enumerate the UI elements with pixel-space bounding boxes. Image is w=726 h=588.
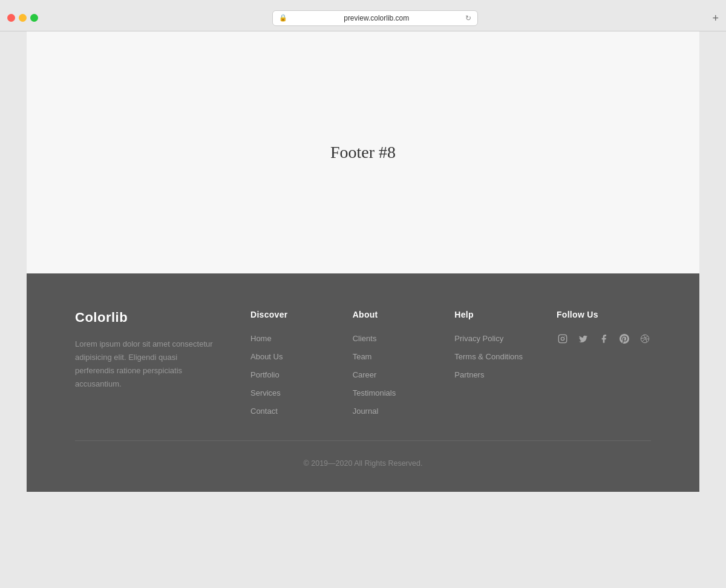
link-services[interactable]: Services <box>250 388 281 397</box>
help-links: Privacy Policy Terms & Conditions Partne… <box>454 333 527 380</box>
list-item: Contact <box>250 405 323 416</box>
footer-brand: Colorlib Lorem ipsum dolor sit amet cons… <box>75 310 214 416</box>
brand-name: Colorlib <box>75 310 214 325</box>
follow-title: Follow Us <box>557 310 651 319</box>
list-item: Services <box>250 387 323 398</box>
footer-col-help: Help Privacy Policy Terms & Conditions P… <box>454 310 527 416</box>
list-item: Journal <box>353 405 425 416</box>
link-contact[interactable]: Contact <box>250 407 278 416</box>
list-item: Home <box>250 333 323 344</box>
list-item: Clients <box>353 333 425 344</box>
fullscreen-button[interactable] <box>30 14 38 22</box>
footer-top: Colorlib Lorem ipsum dolor sit amet cons… <box>75 310 651 441</box>
list-item: Portfolio <box>250 369 323 380</box>
instagram-icon[interactable] <box>557 333 569 345</box>
footer: Colorlib Lorem ipsum dolor sit amet cons… <box>27 273 699 492</box>
close-button[interactable] <box>7 14 15 22</box>
link-testimonials[interactable]: Testimonials <box>353 388 396 397</box>
link-terms-conditions[interactable]: Terms & Conditions <box>454 352 523 361</box>
list-item: Terms & Conditions <box>454 351 527 362</box>
minimize-button[interactable] <box>19 14 27 22</box>
link-clients[interactable]: Clients <box>353 334 377 343</box>
svg-point-2 <box>564 336 565 337</box>
list-item: Testimonials <box>353 387 425 398</box>
list-item: Career <box>353 369 425 380</box>
social-icons <box>557 333 651 345</box>
link-privacy-policy[interactable]: Privacy Policy <box>454 334 503 343</box>
new-tab-button[interactable]: + <box>712 13 719 24</box>
link-about-us[interactable]: About Us <box>250 352 283 361</box>
link-career[interactable]: Career <box>353 370 377 379</box>
browser-chrome: 🔒 preview.colorlib.com ↻ + <box>0 0 726 31</box>
link-portfolio[interactable]: Portfolio <box>250 370 280 379</box>
help-title: Help <box>454 310 527 319</box>
lock-icon: 🔒 <box>279 14 287 22</box>
page-title: Footer #8 <box>330 143 396 162</box>
discover-title: Discover <box>250 310 323 319</box>
footer-bottom: © 2019—2020 All Rights Reserved. <box>75 441 651 468</box>
list-item: About Us <box>250 351 323 362</box>
url-bar[interactable]: 🔒 preview.colorlib.com ↻ <box>272 10 478 26</box>
svg-point-1 <box>561 337 564 340</box>
list-item: Team <box>353 351 425 362</box>
url-text: preview.colorlib.com <box>291 14 462 22</box>
footer-col-about: About Clients Team Career Testimonials J… <box>353 310 425 416</box>
footer-columns: Discover Home About Us Portfolio Service… <box>250 310 651 416</box>
facebook-icon[interactable] <box>598 333 610 345</box>
twitter-icon[interactable] <box>577 333 589 345</box>
list-item: Partners <box>454 369 527 380</box>
copyright-text: © 2019—2020 All Rights Reserved. <box>75 459 651 468</box>
link-journal[interactable]: Journal <box>353 407 379 416</box>
about-links: Clients Team Career Testimonials Journal <box>353 333 425 416</box>
svg-rect-0 <box>558 335 566 342</box>
traffic-lights <box>7 14 38 22</box>
discover-links: Home About Us Portfolio Services Contact <box>250 333 323 416</box>
dribbble-icon[interactable] <box>639 333 651 345</box>
browser-content: Footer #8 Colorlib Lorem ipsum dolor sit… <box>27 31 699 492</box>
footer-col-discover: Discover Home About Us Portfolio Service… <box>250 310 323 416</box>
about-title: About <box>353 310 425 319</box>
brand-description: Lorem ipsum dolor sit amet consectetur a… <box>75 338 214 391</box>
footer-col-follow: Follow Us <box>557 310 651 416</box>
link-partners[interactable]: Partners <box>454 370 484 379</box>
address-bar: 🔒 preview.colorlib.com ↻ <box>43 10 707 26</box>
page-main: Footer #8 <box>27 31 699 273</box>
list-item: Privacy Policy <box>454 333 527 344</box>
link-team[interactable]: Team <box>353 352 372 361</box>
pinterest-icon[interactable] <box>618 333 630 345</box>
link-home[interactable]: Home <box>250 334 272 343</box>
refresh-icon[interactable]: ↻ <box>465 14 471 22</box>
